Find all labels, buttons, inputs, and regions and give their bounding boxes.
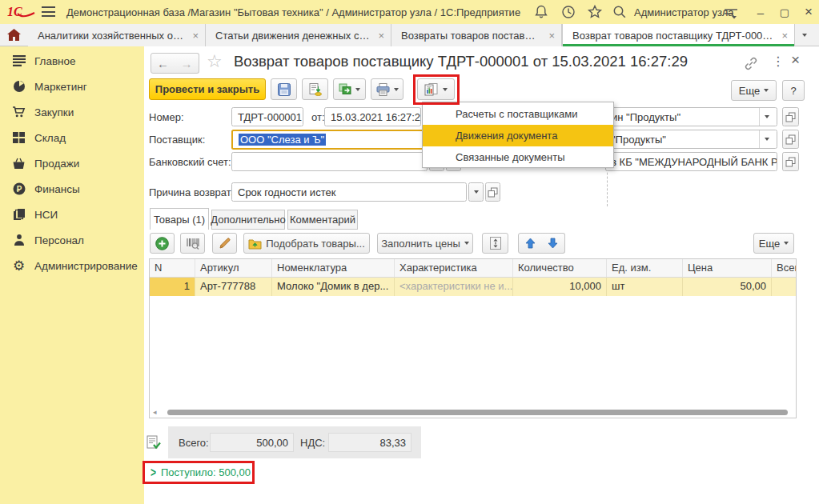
close-window-button[interactable]: ×	[800, 3, 817, 21]
sidebar-item-administration[interactable]: ⚙ Администрирование	[0, 253, 144, 278]
received-group[interactable]: > Поступило: 500,00	[143, 461, 255, 484]
org-bank-account-open-button[interactable]	[782, 152, 799, 171]
sidebar-item-finance[interactable]: Р Финансы	[0, 176, 144, 202]
bank-account-field[interactable]	[231, 152, 428, 171]
form-more-button[interactable]: Еще	[731, 80, 777, 101]
move-row-up-button[interactable]	[518, 233, 542, 254]
totals-settings-icon[interactable]	[147, 435, 161, 450]
tab-close-icon[interactable]: ×	[548, 30, 555, 42]
home-icon	[7, 29, 21, 41]
expand-chevron-icon[interactable]: >	[151, 465, 156, 479]
create-based-on-button[interactable]	[333, 78, 366, 100]
date-field[interactable]: 15.03.2021 16:27:29	[324, 107, 421, 126]
items-more-button[interactable]: Еще	[753, 233, 794, 254]
row-height-button[interactable]	[482, 233, 508, 254]
cell-quantity[interactable]: 10,000	[513, 278, 607, 296]
current-user[interactable]: Администратор узла	[634, 6, 734, 18]
sidebar-item-main[interactable]: Главное	[0, 48, 144, 74]
minimize-button[interactable]: –	[752, 3, 769, 21]
more-dots-icon[interactable]: ⋮	[772, 54, 785, 69]
help-button[interactable]: ?	[782, 80, 805, 101]
post-and-close-button[interactable]: Провести и закрыть	[149, 78, 266, 100]
division-open-button[interactable]	[782, 130, 799, 149]
cell-article[interactable]: Арт-777788	[195, 278, 272, 296]
save-button[interactable]	[271, 78, 297, 100]
service-menu-icon[interactable]	[723, 6, 739, 22]
favorites-star-icon[interactable]	[587, 4, 603, 20]
sidebar-item-warehouse[interactable]: Склад	[0, 125, 144, 150]
table-header-row: N Артикул Номенклатура Характеристика Ко…	[150, 259, 796, 278]
return-reason-open-button[interactable]	[485, 182, 500, 202]
sidebar-item-sales[interactable]: Продажи	[0, 150, 144, 176]
col-price[interactable]: Цена	[683, 259, 772, 278]
return-reason-select-button[interactable]	[468, 182, 484, 202]
menu-item-related-documents[interactable]: Связанные документы	[423, 146, 613, 168]
print-button[interactable]	[371, 78, 403, 100]
horizontal-scrollbar[interactable]	[167, 410, 788, 415]
tab-close-icon[interactable]: ×	[781, 30, 788, 42]
menu-item-supplier-settlements[interactable]: Расчеты с поставщиками	[423, 103, 613, 125]
search-icon[interactable]	[612, 4, 628, 20]
table-row[interactable]: 1 Арт-777788 Молоко "Домик в дер... <хар…	[150, 278, 796, 296]
number-field[interactable]: ТДРТ-000001	[231, 107, 303, 126]
col-total[interactable]: Всего	[772, 259, 796, 278]
col-article[interactable]: Артикул	[195, 259, 272, 278]
forward-button[interactable]: →	[175, 53, 199, 74]
org-bank-account-field[interactable]: з КБ "МЕЖДУНАРОДНЫЙ БАНК РА	[605, 152, 777, 171]
sidebar-item-marketing[interactable]: Маркетинг	[0, 74, 144, 99]
open-windows-tabbar: Аналитики хозяйственных операций × Стать…	[0, 24, 819, 46]
barcode-scan-button[interactable]	[180, 233, 205, 254]
tabs-overflow-icon[interactable]	[802, 34, 807, 37]
sidebar-item-personnel[interactable]: Персонал	[0, 227, 144, 253]
tab-analytics[interactable]: Аналитики хозяйственных операций ×	[28, 24, 206, 46]
books-stack-icon	[12, 208, 26, 222]
move-row-down-button[interactable]	[541, 233, 565, 254]
reports-button[interactable]	[417, 78, 455, 100]
cell-price[interactable]: 50,00	[683, 278, 772, 296]
pick-goods-button[interactable]: Подобрать товары...	[243, 233, 370, 254]
menu-item-document-movements[interactable]: Движения документа	[423, 125, 613, 146]
tab-comment[interactable]: Комментарий	[287, 210, 358, 230]
col-nomenclature[interactable]: Номенклатура	[272, 259, 395, 278]
store-open-button[interactable]	[782, 107, 799, 126]
get-link-icon[interactable]	[744, 57, 758, 70]
col-quantity[interactable]: Количество	[513, 259, 607, 278]
sidebar-item-nsi[interactable]: НСИ	[0, 202, 144, 227]
back-button[interactable]: ←	[151, 53, 175, 74]
received-amount: Поступило: 500,00	[161, 466, 251, 478]
edit-row-button[interactable]	[212, 233, 237, 254]
col-unit[interactable]: Ед. изм.	[607, 259, 683, 278]
maximize-button[interactable]: ▢	[776, 3, 793, 21]
bank-account-label: Банковский счет:	[149, 156, 231, 168]
favorite-star-icon[interactable]: ☆	[207, 51, 223, 72]
tab-goods[interactable]: Товары (1)	[150, 208, 209, 230]
sidebar-item-purchases[interactable]: Закупки	[0, 99, 144, 125]
vat-label: НДС:	[300, 437, 325, 449]
home-button[interactable]	[0, 24, 27, 46]
tab-returns-list[interactable]: Возвраты товаров поставщикам ×	[391, 24, 562, 46]
history-icon[interactable]	[560, 4, 576, 20]
col-n[interactable]: N	[150, 259, 195, 278]
cell-nomenclature[interactable]: Молоко "Домик в дер...	[272, 278, 395, 296]
close-document-icon[interactable]: ×	[791, 51, 800, 69]
cell-n[interactable]: 1	[150, 278, 195, 296]
return-reason-field[interactable]: Срок годности истек	[231, 182, 467, 202]
tab-close-icon[interactable]: ×	[378, 30, 384, 42]
notifications-bell-icon[interactable]	[533, 4, 549, 20]
cell-total[interactable]	[772, 278, 796, 296]
tab-cashflow-items[interactable]: Статьи движения денежных средств ×	[206, 24, 391, 46]
post-document-button[interactable]	[302, 78, 328, 100]
main-menu-hamburger-icon[interactable]	[42, 6, 55, 17]
hscroll-left-arrow-icon[interactable]: ◂	[153, 408, 157, 416]
cell-characteristic[interactable]: <характеристики не и...	[395, 278, 513, 296]
tab-return-document-active[interactable]: Возврат товаров поставщику ТДРТ-000001 .…	[562, 24, 795, 46]
tab-additional[interactable]: Дополнительно	[211, 210, 285, 230]
division-field[interactable]: "Продукты"	[605, 130, 777, 149]
store-field[interactable]: ин "Продукты"	[605, 107, 777, 126]
fill-prices-button[interactable]: Заполнить цены	[377, 233, 473, 254]
add-row-button[interactable]	[150, 233, 175, 254]
tab-close-icon[interactable]: ×	[192, 30, 199, 42]
col-characteristic[interactable]: Характеристика	[395, 259, 513, 278]
cell-unit[interactable]: шт	[607, 278, 683, 296]
list-icon	[12, 54, 26, 68]
